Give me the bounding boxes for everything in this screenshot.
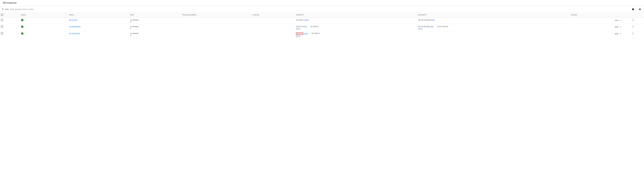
status-running-icon: [21, 26, 24, 28]
col-connect[interactable]: Connect: [570, 13, 622, 18]
col-external-ip[interactable]: External IP: [417, 13, 570, 18]
columns-icon[interactable]: [637, 7, 642, 12]
ip-highlighted: 10.0.0.2: [296, 32, 303, 35]
connect-dropdown-icon[interactable]: [620, 19, 621, 22]
row-more-menu[interactable]: [623, 32, 643, 35]
ip-value: 10.0.0.3: [296, 26, 302, 28]
table-header-row: Status Name ↑ Zone Recommendations In us…: [0, 13, 644, 18]
external-ip-cell: 34.173.30.160 (nic0)(nic1)34.171.30.110: [417, 24, 570, 31]
select-all-checkbox[interactable]: [1, 14, 3, 16]
in-use-by-cell: [251, 24, 295, 31]
filter-input[interactable]: [10, 8, 629, 11]
in-use-by-cell: [251, 18, 295, 24]
connect-button[interactable]: RDP: [614, 26, 619, 29]
recommendations-cell: [182, 24, 251, 31]
instance-name-link[interactable]: vm-securehost: [69, 32, 80, 35]
ip-value: 35.224.125.209: [418, 19, 430, 21]
svg-point-9: [633, 26, 633, 27]
nic-link[interactable]: nic0: [303, 26, 306, 28]
table-row: vm-bastionhostus-central1-a10.0.0.3 (nic…: [0, 24, 644, 31]
svg-rect-4: [640, 9, 641, 10]
connect-dropdown-icon[interactable]: [620, 26, 621, 29]
zone-cell: us-central1-a: [129, 18, 182, 24]
nic-link[interactable]: nic1: [419, 28, 422, 30]
in-use-by-cell: [251, 31, 295, 39]
nic-link[interactable]: nic0: [304, 33, 307, 35]
nic-link[interactable]: nic0: [430, 26, 433, 28]
table-row: lab-monitorus-central1-a10.128.0.2 (nic0…: [0, 18, 644, 24]
col-status[interactable]: Status: [20, 13, 68, 18]
svg-rect-2: [639, 9, 639, 10]
table-row: vm-securehostus-central1-a10.0.0.2 (nic0…: [0, 31, 644, 39]
filter-icon: [2, 8, 4, 11]
ip-value: 10.128.0.2: [296, 19, 304, 21]
svg-rect-3: [640, 9, 640, 10]
internal-ip-cell: 10.0.0.3 (nic0)(nic1)10.128.0.4: [295, 24, 417, 31]
ip-secondary: 10.128.0.3: [312, 32, 320, 37]
nic-link[interactable]: nic1: [296, 35, 300, 37]
row-more-menu[interactable]: [623, 26, 643, 28]
nic-link[interactable]: nic1: [296, 28, 300, 30]
sort-asc-icon: ↑: [74, 14, 76, 16]
row-checkbox[interactable]: [1, 19, 3, 21]
svg-point-12: [633, 33, 633, 34]
connect-dropdown-icon[interactable]: [620, 32, 621, 35]
zone-cell: us-central1-a: [129, 24, 182, 31]
external-ip-cell: 35.224.125.209 (nic0): [417, 18, 570, 24]
nic-link[interactable]: nic0: [431, 19, 434, 21]
status-running-icon: [21, 32, 24, 35]
instances-table: Status Name ↑ Zone Recommendations In us…: [0, 13, 644, 39]
svg-point-6: [633, 20, 633, 20]
help-icon[interactable]: ?: [630, 7, 636, 12]
connect-button[interactable]: SSH: [614, 19, 619, 22]
col-internal-ip[interactable]: Internal IP: [295, 13, 417, 18]
svg-point-13: [633, 34, 633, 35]
col-name-label: Name: [69, 14, 74, 16]
instance-name-link[interactable]: lab-monitor: [69, 19, 78, 21]
svg-text:?: ?: [633, 9, 634, 10]
svg-point-10: [633, 27, 633, 28]
svg-point-5: [633, 19, 633, 20]
ip-secondary: 10.128.0.4: [310, 26, 318, 30]
connect-button[interactable]: RDP: [614, 32, 619, 35]
svg-point-11: [633, 32, 633, 33]
filter-label: Filter: [5, 8, 9, 10]
recommendations-cell: [182, 18, 251, 24]
status-running-icon: [21, 19, 24, 21]
row-checkbox[interactable]: [1, 26, 3, 28]
nic-link[interactable]: nic0: [305, 19, 308, 21]
col-zone[interactable]: Zone: [129, 13, 182, 18]
svg-point-7: [633, 21, 633, 21]
internal-ip-cell: 10.0.0.2 (nic0)(nic1)10.128.0.3: [295, 31, 417, 39]
ip-secondary: 34.171.30.110: [438, 26, 448, 30]
row-more-menu[interactable]: [623, 19, 643, 21]
internal-ip-cell: 10.128.0.2 (nic0): [295, 18, 417, 24]
col-in-use-by[interactable]: In use by: [251, 13, 295, 18]
zone-cell: us-central1-a: [129, 31, 182, 39]
external-ip-cell: [417, 31, 570, 39]
svg-point-8: [633, 26, 633, 26]
ip-value: 34.173.30.160: [418, 26, 429, 28]
filter-bar: Filter ?: [0, 6, 644, 13]
col-recommendations[interactable]: Recommendations: [182, 13, 251, 18]
recommendations-cell: [182, 31, 251, 39]
page-title: VM instances: [0, 0, 644, 6]
instance-name-link[interactable]: vm-bastionhost: [69, 26, 80, 28]
row-checkbox[interactable]: [1, 32, 3, 35]
col-name[interactable]: Name ↑: [68, 13, 129, 18]
